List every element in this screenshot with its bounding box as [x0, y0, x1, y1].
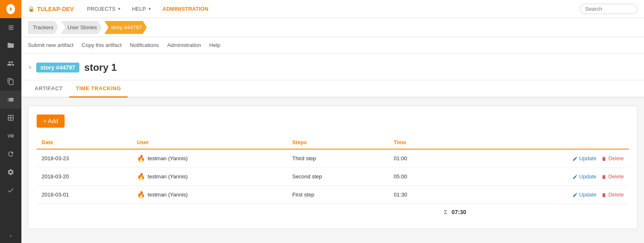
breadcrumb-item-trackers[interactable]: Trackers	[28, 21, 58, 34]
update-button-3[interactable]: Update	[572, 192, 597, 198]
sidebar: ⊞ VM ›	[0, 0, 21, 243]
sidebar-icon-people[interactable]	[0, 54, 21, 72]
breadcrumb-items: Trackers User Stories story #44797	[28, 21, 149, 34]
breadcrumb-item-story[interactable]: story #44797	[105, 21, 147, 34]
sidebar-icon-vm[interactable]: VM	[0, 127, 21, 145]
sum-actions-empty	[471, 204, 629, 221]
cell-time-1: 01:00	[389, 149, 471, 168]
sidebar-logo[interactable]	[0, 0, 21, 18]
cell-actions-2: Update Delete	[471, 168, 629, 186]
nav-link-help[interactable]: HELP ▼	[127, 0, 157, 18]
cell-date-2: 2018-03-20	[37, 168, 132, 186]
sub-navigation: Submit new artifact Copy this artifact N…	[21, 37, 644, 54]
time-tracking-table: Date User Steps Time 2018-03-23	[37, 136, 629, 220]
flame-icon-2: 🔥	[137, 173, 145, 180]
subnav-notifications[interactable]: Notifications	[130, 37, 159, 54]
time-tracking-card: + Add Date User Steps Time	[28, 106, 637, 229]
flame-icon-1: 🔥	[137, 154, 145, 162]
page-title: story 1	[84, 62, 117, 73]
subnav-administration[interactable]: Administration	[167, 37, 201, 54]
tabs: ARTIFACT TIME TRACKING	[21, 80, 644, 98]
nav-link-administration[interactable]: ADMINISTRATION	[158, 0, 214, 18]
table-sum-row: Σ 07:30	[37, 204, 629, 221]
user-name-3: testman (Yannis)	[148, 192, 188, 198]
flame-icon-3: 🔥	[137, 191, 145, 199]
col-header-actions	[471, 136, 629, 149]
nav-links: PROJECTS ▼ HELP ▼ ADMINISTRATION	[82, 0, 213, 18]
user-name-1: testman (Yannis)	[148, 155, 188, 161]
sidebar-icon-list[interactable]	[0, 91, 21, 109]
sidebar-icon-refresh[interactable]	[0, 145, 21, 163]
lock-icon: 🔒	[28, 6, 35, 12]
cell-actions-1: Update Delete	[471, 149, 629, 168]
cell-user-3: 🔥 testman (Yannis)	[132, 186, 287, 204]
sum-total: Σ 07:30	[389, 204, 471, 221]
cell-date-1: 2018-03-23	[37, 149, 132, 168]
content-area: Trackers User Stories story #44797 Submi…	[21, 18, 644, 243]
tab-artifact[interactable]: ARTIFACT	[28, 80, 69, 98]
cell-steps-3: First step	[287, 186, 389, 204]
sidebar-icon-copy[interactable]	[0, 72, 21, 91]
time-tracking-content: + Add Date User Steps Time	[21, 98, 644, 237]
delete-button-3[interactable]: Delete	[601, 192, 624, 198]
subnav-submit-new-artifact[interactable]: Submit new artifact	[28, 37, 74, 54]
add-button[interactable]: + Add	[37, 114, 65, 128]
table-row: 2018-03-20 🔥 testman (Yannis) Second ste…	[37, 168, 629, 186]
cell-steps-2: Second step	[287, 168, 389, 186]
nav-link-projects[interactable]: PROJECTS ▼	[82, 0, 126, 18]
table-header-row: Date User Steps Time	[37, 136, 629, 149]
subnav-copy-artifact[interactable]: Copy this artifact	[82, 37, 122, 54]
cell-date-3: 2018-03-01	[37, 186, 132, 204]
projects-caret-icon: ▼	[117, 7, 121, 11]
col-header-steps: Steps	[287, 136, 389, 149]
update-button-2[interactable]: Update	[572, 173, 597, 180]
update-button-1[interactable]: Update	[572, 155, 597, 161]
breadcrumb-item-user-stories[interactable]: User Stories	[61, 21, 102, 34]
page-header-inner: story #44797 story 1	[36, 62, 117, 73]
story-badge: story #44797	[36, 63, 79, 72]
top-navigation: 🔒 TULEAP-DEV PROJECTS ▼ HELP ▼ ADMINISTR…	[21, 0, 644, 18]
sidebar-icon-gear[interactable]	[0, 163, 21, 181]
search-input[interactable]	[580, 4, 637, 14]
sum-empty	[37, 204, 389, 221]
col-header-user: User	[132, 136, 287, 149]
brand-name: TULEAP-DEV	[37, 6, 74, 12]
sidebar-icon-folder[interactable]	[0, 36, 21, 54]
main-content-area: 🔒 TULEAP-DEV PROJECTS ▼ HELP ▼ ADMINISTR…	[21, 0, 644, 243]
delete-button-1[interactable]: Delete	[601, 155, 624, 161]
delete-button-2[interactable]: Delete	[601, 173, 624, 180]
brand: 🔒 TULEAP-DEV	[28, 6, 74, 12]
sum-symbol: Σ	[444, 209, 447, 215]
sidebar-icon-table[interactable]	[0, 109, 21, 127]
cell-time-2: 05:00	[389, 168, 471, 186]
cell-steps-1: Third step	[287, 149, 389, 168]
cell-user-2: 🔥 testman (Yannis)	[132, 168, 287, 186]
sidebar-icon-check[interactable]	[0, 181, 21, 199]
indent-indicator: ↳	[28, 62, 36, 70]
user-name-2: testman (Yannis)	[148, 173, 188, 180]
page-header: ↳ story #44797 story 1	[21, 54, 644, 80]
sidebar-collapse-button[interactable]: ›	[0, 228, 21, 243]
breadcrumb: Trackers User Stories story #44797	[21, 18, 644, 37]
subnav-help[interactable]: Help	[209, 37, 221, 54]
table-row: 2018-03-01 🔥 testman (Yannis) First step…	[37, 186, 629, 204]
cell-time-3: 01:30	[389, 186, 471, 204]
col-header-time: Time	[389, 136, 471, 149]
table-row: 2018-03-23 🔥 testman (Yannis) Third step…	[37, 149, 629, 168]
sidebar-icon-dashboard[interactable]: ⊞	[0, 18, 21, 36]
sum-value: 07:30	[451, 209, 466, 215]
cell-actions-3: Update Delete	[471, 186, 629, 204]
help-caret-icon: ▼	[148, 7, 152, 11]
tab-time-tracking[interactable]: TIME TRACKING	[69, 80, 128, 98]
cell-user-1: 🔥 testman (Yannis)	[132, 149, 287, 168]
col-header-date: Date	[37, 136, 132, 149]
